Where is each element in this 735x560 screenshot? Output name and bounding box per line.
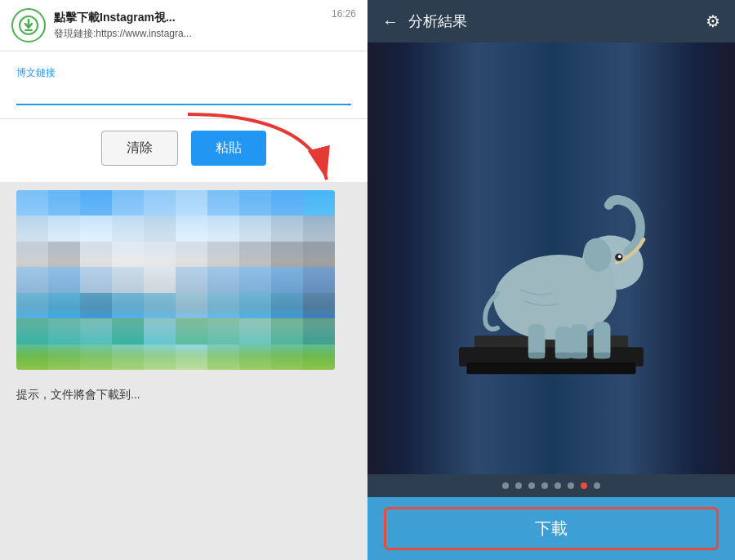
download-app-icon	[11, 8, 46, 42]
right-panel: ← 分析結果 ⚙	[368, 0, 735, 560]
left-panel: 點擊下載Instagram視... 發現鏈接:https://www.insta…	[0, 0, 368, 560]
buttons-row: 清除 粘貼	[0, 119, 368, 182]
notification-text: 點擊下載Instagram視... 發現鏈接:https://www.insta…	[54, 11, 323, 41]
svg-rect-19	[594, 352, 611, 358]
header-title: 分析結果	[408, 11, 467, 31]
back-button[interactable]: ←	[382, 12, 399, 31]
download-button[interactable]: 下載	[384, 507, 719, 550]
dot-3[interactable]	[528, 482, 535, 489]
header-left: ← 分析結果	[382, 11, 467, 31]
input-label: 博文鏈接	[16, 66, 351, 80]
dot-4[interactable]	[541, 482, 548, 489]
clear-button[interactable]: 清除	[101, 131, 178, 166]
input-area: 博文鏈接	[0, 51, 368, 119]
svg-rect-18	[571, 352, 588, 358]
dot-1[interactable]	[502, 482, 509, 489]
notification-title: 點擊下載Instagram視...	[54, 11, 323, 25]
paste-button[interactable]: 粘貼	[191, 131, 266, 166]
dot-2[interactable]	[515, 482, 522, 489]
dot-5[interactable]	[555, 482, 561, 489]
svg-rect-5	[466, 362, 635, 374]
dot-8[interactable]	[594, 482, 600, 489]
bottom-hint-text: 提示，文件將會下載到...	[0, 378, 368, 412]
settings-icon[interactable]: ⚙	[706, 11, 720, 31]
image-dots-indicator	[368, 474, 735, 497]
sculpture-display-area	[368, 42, 735, 474]
download-bar: 下載	[368, 497, 735, 560]
svg-rect-17	[555, 352, 572, 358]
svg-point-11	[618, 255, 621, 258]
notification-time: 16:26	[332, 8, 356, 20]
url-input[interactable]	[16, 85, 351, 105]
svg-rect-16	[528, 352, 546, 358]
svg-rect-1	[24, 29, 33, 31]
dot-7-active[interactable]	[581, 482, 587, 489]
notification-subtitle: 發現鏈接:https://www.instagra...	[54, 27, 323, 41]
pixelated-image	[16, 190, 335, 370]
sculpture-image	[437, 128, 666, 389]
dot-6[interactable]	[568, 482, 574, 489]
notification-bar[interactable]: 點擊下載Instagram視... 發現鏈接:https://www.insta…	[0, 0, 368, 51]
right-header: ← 分析結果 ⚙	[368, 0, 735, 42]
